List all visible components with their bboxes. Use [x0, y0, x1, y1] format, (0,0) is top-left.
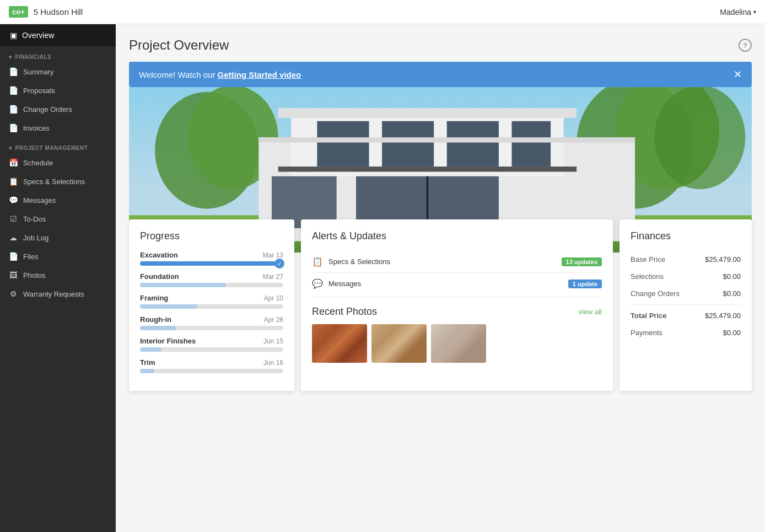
progress-bar-fill: [140, 369, 154, 373]
alert-row[interactable]: 💬Messages1 update: [312, 273, 602, 294]
finance-row: Selections$0.00: [631, 268, 741, 285]
finance-label: Payments: [631, 329, 662, 337]
sidebar-item-summary[interactable]: 📄 Summary: [0, 62, 116, 81]
progress-item-date: Jun 16: [263, 359, 283, 367]
sidebar-item-invoices[interactable]: 📄 Invoices: [0, 119, 116, 137]
divider: [312, 297, 602, 297]
progress-bar-bg: [140, 326, 283, 330]
svg-rect-22: [258, 137, 635, 142]
alert-label: Specs & Selections: [328, 257, 390, 266]
app-body: ▣ Overview FINANCIALS 📄 Summary 📄 Propos…: [0, 24, 765, 532]
sidebar-item-label: Photos: [23, 271, 45, 280]
overview-icon: ▣: [9, 31, 18, 40]
finance-row: Payments$0.00: [631, 324, 741, 341]
progress-bar-fill: [140, 326, 176, 330]
sidebar-section-financials: FINANCIALS: [0, 46, 116, 62]
sidebar-item-todos[interactable]: ☑ To-Dos: [0, 209, 116, 228]
sidebar-item-warranty[interactable]: ⚙ Warranty Requests: [0, 284, 116, 303]
finance-value: $0.00: [723, 289, 741, 298]
sidebar-item-proposals[interactable]: 📄 Proposals: [0, 81, 116, 100]
sidebar-item-overview[interactable]: ▣ Overview: [0, 24, 116, 46]
progress-item-header: Interior FinishesJun 15: [140, 337, 283, 345]
photo-thumb-faucet[interactable]: [371, 324, 427, 363]
sidebar: ▣ Overview FINANCIALS 📄 Summary 📄 Propos…: [0, 24, 116, 532]
finance-row: Base Price$25,479.00: [631, 251, 741, 268]
finances-card: Finances Base Price$25,479.00Selections$…: [619, 219, 752, 391]
invoices-icon: 📄: [9, 123, 18, 132]
finance-rows-container: Base Price$25,479.00Selections$0.00Chang…: [631, 251, 741, 341]
cards-row: Progress ExcavationMar 13✓FoundationMar …: [129, 219, 752, 391]
specs-icon: 📋: [9, 177, 18, 186]
user-menu[interactable]: Madelina ▾: [720, 8, 756, 17]
sidebar-item-schedule[interactable]: 📅 Schedule: [0, 153, 116, 172]
sidebar-item-label: Files: [23, 252, 38, 261]
sidebar-item-label: Job Log: [23, 234, 49, 242]
sidebar-section-pm: PROJECT MANAGEMENT: [0, 137, 116, 153]
alerts-card-title: Alerts & Updates: [312, 230, 602, 242]
progress-item: Rough-inApr 28: [140, 315, 283, 330]
alert-icon: 💬: [312, 278, 323, 289]
svg-rect-9: [278, 108, 577, 118]
banner-close-button[interactable]: ✕: [734, 69, 742, 79]
progress-bar-fill: [140, 283, 226, 287]
view-all-link[interactable]: view all: [578, 308, 602, 316]
progress-item-name: Trim: [140, 358, 155, 367]
progress-item: ExcavationMar 13✓: [140, 251, 283, 266]
progress-item-header: TrimJun 16: [140, 358, 283, 367]
alert-left: 💬Messages: [312, 278, 361, 289]
change-orders-icon: 📄: [9, 105, 18, 114]
sidebar-item-job-log[interactable]: ☁ Job Log: [0, 228, 116, 247]
progress-item: FoundationMar 27: [140, 272, 283, 287]
finance-value: $25,479.00: [705, 311, 741, 320]
photo-thumb-soap[interactable]: [431, 324, 486, 363]
todos-icon: ☑: [9, 214, 18, 223]
files-icon: 📄: [9, 252, 18, 261]
alerts-card: Alerts & Updates 📋Specs & Selections13 u…: [301, 219, 613, 391]
main-content: Project Overview ? Welcome! Watch our Ge…: [116, 24, 765, 532]
topbar: co+ 5 Hudson Hill Madelina ▾: [0, 0, 765, 24]
svg-rect-13: [511, 121, 551, 166]
progress-item-name: Excavation: [140, 251, 178, 259]
sidebar-item-photos[interactable]: 🖼 Photos: [0, 266, 116, 284]
photos-grid: [312, 324, 602, 363]
svg-rect-12: [447, 121, 499, 166]
sidebar-item-messages[interactable]: 💬 Messages: [0, 191, 116, 209]
sidebar-item-specs-selections[interactable]: 📋 Specs & Selections: [0, 172, 116, 191]
progress-item: TrimJun 16: [140, 358, 283, 373]
sidebar-overview-label: Overview: [22, 31, 54, 40]
progress-item-header: ExcavationMar 13: [140, 251, 283, 259]
chevron-down-icon: ▾: [753, 9, 756, 15]
sidebar-item-files[interactable]: 📄 Files: [0, 247, 116, 266]
progress-bar-bg: [140, 369, 283, 373]
topbar-left: co+ 5 Hudson Hill: [9, 6, 83, 18]
sidebar-item-label: Change Orders: [23, 105, 72, 114]
progress-item: FramingApr 10: [140, 294, 283, 309]
sidebar-item-label: Summary: [23, 68, 54, 76]
sidebar-item-label: Invoices: [23, 124, 50, 132]
getting-started-link[interactable]: Getting Started video: [218, 70, 301, 79]
help-button[interactable]: ?: [739, 39, 752, 52]
welcome-text: Welcome! Watch our Getting Started video: [139, 70, 301, 79]
alert-row[interactable]: 📋Specs & Selections13 updates: [312, 251, 602, 273]
progress-item-header: Rough-inApr 28: [140, 315, 283, 324]
svg-rect-11: [382, 121, 434, 166]
schedule-icon: 📅: [9, 158, 18, 167]
svg-point-5: [654, 87, 745, 189]
photos-header: Recent Photos view all: [312, 306, 602, 318]
photos-title: Recent Photos: [312, 306, 377, 318]
sidebar-item-label: To-Dos: [23, 215, 46, 223]
alert-icon: 📋: [312, 256, 323, 267]
photos-section: Recent Photos view all: [312, 306, 602, 363]
sidebar-item-change-orders[interactable]: 📄 Change Orders: [0, 100, 116, 119]
progress-bar-bg: [140, 304, 283, 309]
svg-rect-14: [278, 166, 577, 171]
sidebar-item-label: Proposals: [23, 87, 55, 95]
progress-item-header: FramingApr 10: [140, 294, 283, 302]
finance-label: Total Price: [631, 311, 667, 320]
sidebar-item-label: Messages: [23, 196, 56, 205]
progress-item-name: Framing: [140, 294, 168, 302]
svg-rect-10: [317, 121, 369, 166]
progress-item: Interior FinishesJun 15: [140, 337, 283, 352]
photo-thumb-brick[interactable]: [312, 324, 367, 363]
finance-row: Total Price$25,479.00: [631, 304, 741, 324]
